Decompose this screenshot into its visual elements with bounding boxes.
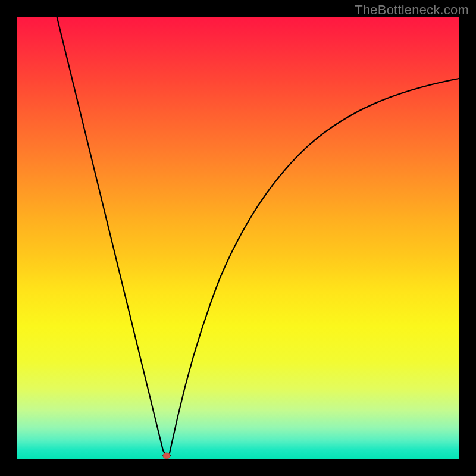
bottleneck-curve (17, 17, 459, 459)
curve-right-branch (169, 79, 459, 456)
chart-frame: TheBottleneck.com (0, 0, 476, 476)
plot-area (17, 17, 459, 459)
curve-left-branch (51, 0, 168, 456)
minimum-marker-dot (163, 453, 170, 459)
watermark-text: TheBottleneck.com (355, 2, 469, 18)
